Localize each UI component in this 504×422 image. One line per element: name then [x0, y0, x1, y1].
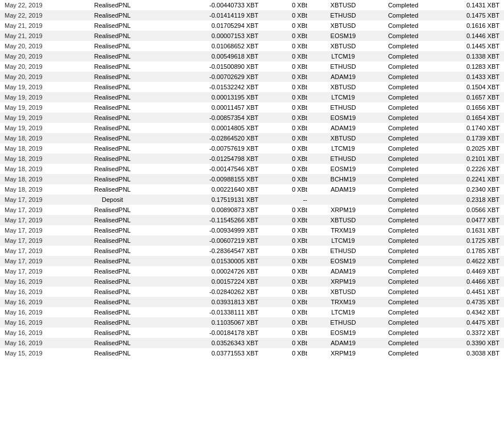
date-cell: May 19, 2019: [0, 102, 70, 113]
amount-cell: 0.03526343 XBT: [155, 338, 268, 348]
fee-cell: 0 XBt: [267, 164, 314, 174]
table-row: May 17, 2019RealisedPNL0.00024726 XBT0 X…: [0, 266, 504, 276]
symbol-cell: ADAM19: [314, 184, 372, 195]
status-cell: Completed: [372, 297, 434, 307]
symbol-cell: XRPM19: [314, 348, 372, 358]
table-row: May 17, 2019RealisedPNL-0.00934999 XBT0 …: [0, 225, 504, 235]
amount-cell: 0.03931813 XBT: [155, 297, 268, 307]
type-cell: RealisedPNL: [70, 41, 155, 51]
status-cell: Completed: [372, 10, 434, 20]
date-cell: May 18, 2019: [0, 164, 70, 174]
fee-cell: 0 XBt: [267, 297, 314, 307]
fee-cell: 0 XBt: [267, 174, 314, 184]
type-cell: RealisedPNL: [70, 287, 155, 297]
date-cell: May 22, 2019: [0, 10, 70, 20]
date-cell: May 17, 2019: [0, 246, 70, 256]
status-cell: Completed: [372, 256, 434, 266]
type-cell: RealisedPNL: [70, 307, 155, 317]
type-cell: RealisedPNL: [70, 328, 155, 338]
symbol-cell: ETHUSD: [314, 61, 372, 72]
fee-cell: --: [267, 195, 314, 205]
transactions-table: May 22, 2019RealisedPNL-0.00440733 XBT0 …: [0, 0, 504, 358]
date-cell: May 18, 2019: [0, 174, 70, 184]
symbol-cell: XRPM19: [314, 205, 372, 215]
balance-cell: 0.1475 XBT: [434, 10, 504, 20]
symbol-cell: ETHUSD: [314, 102, 372, 113]
status-cell: Completed: [372, 31, 434, 41]
type-cell: RealisedPNL: [70, 276, 155, 287]
amount-cell: -0.11545266 XBT: [155, 215, 268, 225]
fee-cell: 0 XBt: [267, 225, 314, 235]
date-cell: May 22, 2019: [0, 0, 70, 10]
balance-cell: 0.2241 XBT: [434, 174, 504, 184]
fee-cell: 0 XBt: [267, 41, 314, 51]
type-cell: RealisedPNL: [70, 184, 155, 195]
fee-cell: 0 XBt: [267, 133, 314, 143]
table-row: May 17, 2019RealisedPNL-0.11545266 XBT0 …: [0, 215, 504, 225]
amount-cell: -0.01532242 XBT: [155, 82, 268, 92]
balance-cell: 0.1431 XBT: [434, 0, 504, 10]
balance-cell: 0.1283 XBT: [434, 61, 504, 72]
symbol-cell: XBTUSD: [314, 215, 372, 225]
date-cell: May 17, 2019: [0, 195, 70, 205]
table-row: May 22, 2019RealisedPNL-0.00440733 XBT0 …: [0, 0, 504, 10]
amount-cell: 0.00221640 XBT: [155, 184, 268, 195]
fee-cell: 0 XBt: [267, 0, 314, 10]
balance-cell: 0.0566 XBT: [434, 205, 504, 215]
fee-cell: 0 XBt: [267, 20, 314, 31]
balance-cell: 0.3390 XBT: [434, 338, 504, 348]
table-row: May 19, 2019RealisedPNL0.00011457 XBT0 X…: [0, 102, 504, 113]
fee-cell: 0 XBt: [267, 276, 314, 287]
status-cell: Completed: [372, 143, 434, 154]
status-cell: Completed: [372, 215, 434, 225]
type-cell: Deposit: [70, 195, 155, 205]
table-row: May 19, 2019RealisedPNL0.00014805 XBT0 X…: [0, 123, 504, 133]
table-row: May 19, 2019RealisedPNL0.00013195 XBT0 X…: [0, 92, 504, 102]
date-cell: May 16, 2019: [0, 287, 70, 297]
type-cell: RealisedPNL: [70, 205, 155, 215]
amount-cell: -0.01500890 XBT: [155, 61, 268, 72]
symbol-cell: BCHM19: [314, 174, 372, 184]
table-row: May 18, 2019RealisedPNL-0.00147546 XBT0 …: [0, 164, 504, 174]
status-cell: Completed: [372, 20, 434, 31]
amount-cell: -0.28364547 XBT: [155, 246, 268, 256]
symbol-cell: XBTUSD: [314, 20, 372, 31]
amount-cell: 0.00011457 XBT: [155, 102, 268, 113]
balance-cell: 0.1338 XBT: [434, 51, 504, 61]
table-row: May 20, 2019RealisedPNL-0.00702629 XBT0 …: [0, 72, 504, 82]
fee-cell: 0 XBt: [267, 235, 314, 246]
status-cell: Completed: [372, 113, 434, 123]
fee-cell: 0 XBt: [267, 338, 314, 348]
table-row: May 21, 2019RealisedPNL0.01705294 XBT0 X…: [0, 20, 504, 31]
date-cell: May 17, 2019: [0, 215, 70, 225]
fee-cell: 0 XBt: [267, 205, 314, 215]
symbol-cell: ADAM19: [314, 338, 372, 348]
balance-cell: 0.4342 XBT: [434, 307, 504, 317]
type-cell: RealisedPNL: [70, 92, 155, 102]
fee-cell: 0 XBt: [267, 348, 314, 358]
fee-cell: 0 XBt: [267, 256, 314, 266]
amount-cell: -0.00934999 XBT: [155, 225, 268, 235]
fee-cell: 0 XBt: [267, 102, 314, 113]
amount-cell: 0.03771553 XBT: [155, 348, 268, 358]
table-row: May 16, 2019RealisedPNL0.00157224 XBT0 X…: [0, 276, 504, 287]
balance-cell: 0.2025 XBT: [434, 143, 504, 154]
symbol-cell: LTCM19: [314, 143, 372, 154]
date-cell: May 17, 2019: [0, 225, 70, 235]
type-cell: RealisedPNL: [70, 246, 155, 256]
symbol-cell: EOSM19: [314, 164, 372, 174]
symbol-cell: XBTUSD: [314, 133, 372, 143]
date-cell: May 17, 2019: [0, 205, 70, 215]
amount-cell: -0.01414119 XBT: [155, 10, 268, 20]
symbol-cell: TRXM19: [314, 225, 372, 235]
symbol-cell: ETHUSD: [314, 154, 372, 164]
fee-cell: 0 XBt: [267, 82, 314, 92]
symbol-cell: ETHUSD: [314, 317, 372, 328]
balance-cell: 0.2101 XBT: [434, 154, 504, 164]
fee-cell: 0 XBt: [267, 72, 314, 82]
type-cell: RealisedPNL: [70, 338, 155, 348]
status-cell: Completed: [372, 154, 434, 164]
status-cell: Completed: [372, 92, 434, 102]
balance-cell: 0.4622 XBT: [434, 256, 504, 266]
fee-cell: 0 XBt: [267, 307, 314, 317]
